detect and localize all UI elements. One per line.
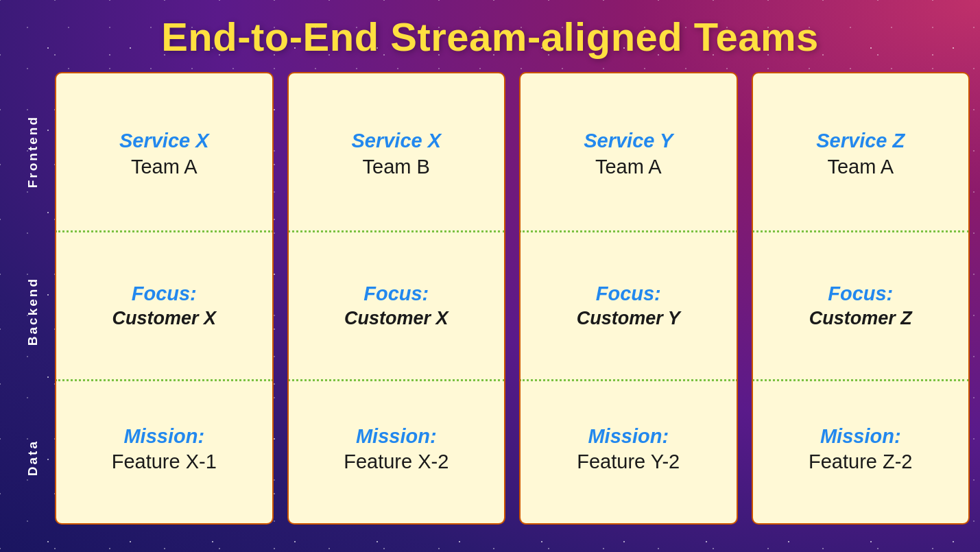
card-focus-value-3: Customer Z bbox=[809, 307, 912, 329]
card-focus-label-1: Focus: bbox=[363, 282, 429, 306]
card-mid-3: Focus: Customer Z bbox=[753, 232, 969, 380]
team-card-3: Service Z Team A Focus: Customer Z Missi… bbox=[752, 72, 970, 525]
card-mission-value-2: Feature Y-2 bbox=[577, 450, 680, 474]
card-mid-0: Focus: Customer X bbox=[56, 232, 272, 380]
card-top-3: Service Z Team A bbox=[753, 73, 969, 230]
card-focus-label-3: Focus: bbox=[828, 282, 893, 306]
label-data-wrapper: Data bbox=[10, 392, 55, 525]
content-wrapper: Frontend Backend Data Service X Team A F… bbox=[0, 72, 980, 531]
slide-title: End-to-End Stream-aligned Teams bbox=[161, 14, 819, 60]
card-mid-2: Focus: Customer Y bbox=[521, 232, 737, 380]
card-focus-label-0: Focus: bbox=[132, 282, 197, 306]
team-card-1: Service X Team B Focus: Customer X Missi… bbox=[287, 72, 506, 525]
card-focus-label-2: Focus: bbox=[596, 282, 661, 306]
labels-column: Frontend Backend Data bbox=[10, 72, 55, 525]
card-mission-label-3: Mission: bbox=[820, 424, 901, 448]
card-team-1: Team B bbox=[363, 155, 430, 179]
card-focus-value-1: Customer X bbox=[344, 307, 449, 329]
card-bot-0: Mission: Feature X-1 bbox=[56, 381, 272, 523]
cards-columns: Service X Team A Focus: Customer X Missi… bbox=[55, 72, 970, 525]
card-bot-1: Mission: Feature X-2 bbox=[289, 381, 505, 523]
card-service-2: Service Y bbox=[584, 129, 673, 153]
card-service-0: Service X bbox=[119, 129, 209, 153]
team-card-2: Service Y Team A Focus: Customer Y Missi… bbox=[519, 72, 738, 525]
backend-label: Backend bbox=[25, 277, 40, 346]
card-mission-label-2: Mission: bbox=[588, 424, 669, 448]
card-team-2: Team A bbox=[595, 155, 662, 179]
label-frontend-wrapper: Frontend bbox=[10, 72, 55, 232]
card-mission-value-0: Feature X-1 bbox=[112, 450, 217, 474]
card-bot-2: Mission: Feature Y-2 bbox=[521, 381, 737, 523]
team-card-0: Service X Team A Focus: Customer X Missi… bbox=[55, 72, 274, 525]
card-service-3: Service Z bbox=[816, 129, 905, 153]
card-mission-label-0: Mission: bbox=[123, 424, 204, 448]
card-top-2: Service Y Team A bbox=[521, 73, 737, 230]
card-mission-value-3: Feature Z-2 bbox=[809, 450, 913, 474]
card-team-3: Team A bbox=[827, 155, 894, 179]
card-focus-value-2: Customer Y bbox=[577, 307, 680, 329]
frontend-label: Frontend bbox=[25, 115, 40, 188]
card-focus-value-0: Customer X bbox=[112, 307, 216, 329]
card-team-0: Team A bbox=[131, 155, 198, 179]
card-top-1: Service X Team B bbox=[289, 73, 505, 230]
card-service-1: Service X bbox=[351, 129, 441, 153]
card-top-0: Service X Team A bbox=[56, 73, 272, 230]
slide: End-to-End Stream-aligned Teams Frontend… bbox=[0, 0, 980, 552]
label-backend-wrapper: Backend bbox=[10, 232, 55, 392]
card-bot-3: Mission: Feature Z-2 bbox=[753, 381, 969, 523]
card-mission-value-1: Feature X-2 bbox=[344, 450, 449, 474]
data-label: Data bbox=[25, 440, 40, 476]
card-mission-label-1: Mission: bbox=[356, 424, 437, 448]
card-mid-1: Focus: Customer X bbox=[289, 232, 505, 380]
